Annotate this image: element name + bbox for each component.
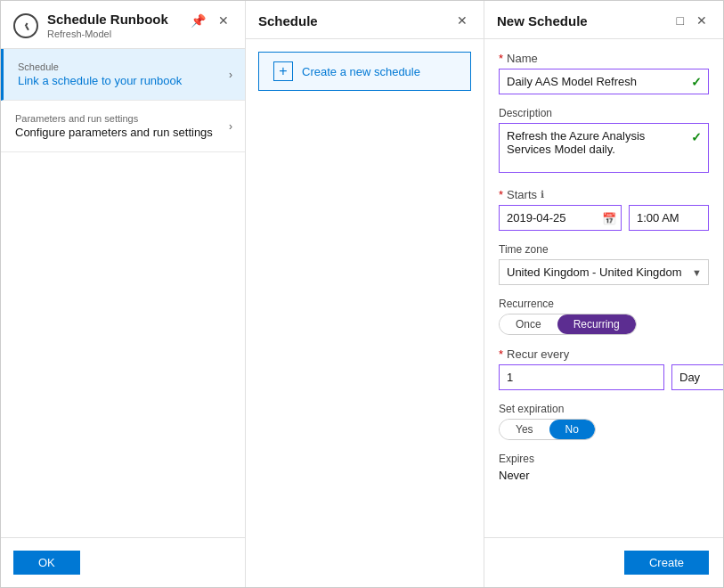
recur-unit-select-wrapper: Day Hour Week Month ▼ xyxy=(671,364,723,390)
starts-info-icon: ℹ xyxy=(541,189,544,200)
calendar-icon[interactable]: 📅 xyxy=(602,211,616,225)
expiration-field-group: Set expiration Yes No xyxy=(499,403,709,440)
expiration-yes-option[interactable]: Yes xyxy=(500,420,549,439)
date-input-wrapper: 📅 xyxy=(499,205,622,231)
maximize-button[interactable]: □ xyxy=(673,12,687,29)
recurrence-toggle: Once Recurring xyxy=(499,314,637,335)
panel3-form: * Name ✓ Description Refresh the Azure A… xyxy=(484,39,723,537)
panel1-nav: Schedule Link a schedule to your runbook… xyxy=(1,49,245,537)
nav-small-label-schedule: Schedule xyxy=(18,61,182,72)
panel2-close-button[interactable]: ✕ xyxy=(453,12,471,29)
description-field-group: Description Refresh the Azure Analysis S… xyxy=(499,107,709,176)
nav-item-schedule[interactable]: Schedule Link a schedule to your runbook… xyxy=(1,49,245,101)
nav-item-schedule-text: Schedule Link a schedule to your runbook xyxy=(18,61,182,87)
expires-field-group: Expires Never xyxy=(499,453,709,482)
recur-required-marker: * xyxy=(499,347,503,361)
description-wrapper: Refresh the Azure Analysis Services Mode… xyxy=(499,123,709,176)
new-schedule-panel: New Schedule □ ✕ * Name ✓ Description xyxy=(484,1,723,587)
timezone-field-group: Time zone United Kingdom - United Kingdo… xyxy=(499,243,709,285)
timezone-select[interactable]: United Kingdom - United Kingdom Time UTC… xyxy=(499,259,709,285)
name-valid-icon: ✓ xyxy=(691,75,702,89)
time-input-wrapper xyxy=(629,205,709,231)
recur-every-field-group: * Recur every Day Hour Week Month ▼ xyxy=(499,347,709,390)
description-input[interactable]: Refresh the Azure Analysis Services Mode… xyxy=(499,123,709,173)
pin-button[interactable]: 📌 xyxy=(187,12,209,29)
panel3-header: New Schedule □ ✕ xyxy=(484,1,723,39)
description-label: Description xyxy=(499,107,709,119)
recur-unit-select[interactable]: Day Hour Week Month xyxy=(671,364,723,390)
panel1-header: Schedule Runbook Refresh-Model 📌 ✕ xyxy=(1,1,245,49)
chevron-right-icon-2: › xyxy=(229,120,232,133)
timezone-select-wrapper: United Kingdom - United Kingdom Time UTC… xyxy=(499,259,709,285)
nav-item-parameters[interactable]: Parameters and run settings Configure pa… xyxy=(1,101,245,152)
panel1-title: Schedule Runbook xyxy=(47,12,168,27)
expiration-label: Set expiration xyxy=(499,403,709,415)
name-field-group: * Name ✓ xyxy=(499,52,709,94)
create-new-label: Create a new schedule xyxy=(302,65,420,78)
create-button[interactable]: Create xyxy=(624,551,709,575)
panel1-subtitle: Refresh-Model xyxy=(47,29,168,39)
panel2-title: Schedule xyxy=(258,13,318,29)
panel1-footer: OK xyxy=(1,537,245,587)
expires-label: Expires xyxy=(499,453,709,465)
name-required-marker: * xyxy=(499,52,503,65)
description-valid-icon: ✓ xyxy=(691,130,702,144)
panel2-header: Schedule ✕ xyxy=(246,1,484,39)
panel2-content: + Create a new schedule xyxy=(246,39,484,587)
name-input-wrapper: ✓ xyxy=(499,69,709,94)
nav-item-parameters-text: Parameters and run settings Configure pa… xyxy=(15,113,213,139)
panel3-footer: Create xyxy=(484,537,723,587)
nav-label-parameters: Configure parameters and run settings xyxy=(15,126,213,139)
create-new-schedule-button[interactable]: + Create a new schedule xyxy=(258,52,471,91)
header-left: Schedule Runbook Refresh-Model xyxy=(13,12,168,39)
recurrence-field-group: Recurrence Once Recurring xyxy=(499,298,709,335)
expiration-toggle: Yes No xyxy=(499,419,596,440)
date-time-row: 📅 xyxy=(499,205,709,231)
recur-every-input[interactable] xyxy=(499,364,664,390)
recurrence-label: Recurrence xyxy=(499,298,709,310)
panel3-close-button[interactable]: ✕ xyxy=(693,12,711,29)
panel3-header-actions: □ ✕ xyxy=(673,12,711,29)
expires-value: Never xyxy=(499,469,709,482)
header-actions: 📌 ✕ xyxy=(187,12,232,29)
recur-every-label: * Recur every xyxy=(499,347,709,361)
recurrence-recurring-option[interactable]: Recurring xyxy=(557,314,636,334)
nav-label-schedule: Link a schedule to your runbook xyxy=(18,74,182,87)
starts-field-group: * Starts ℹ 📅 xyxy=(499,188,709,231)
chevron-right-icon: › xyxy=(229,69,232,81)
panel1-title-group: Schedule Runbook Refresh-Model xyxy=(47,12,168,39)
starts-label: * Starts ℹ xyxy=(499,188,709,201)
plus-icon: + xyxy=(273,61,293,81)
ok-button[interactable]: OK xyxy=(13,551,80,575)
name-input[interactable] xyxy=(499,69,709,94)
starts-required-marker: * xyxy=(499,188,503,201)
schedule-panel: Schedule ✕ + Create a new schedule xyxy=(246,1,484,587)
starts-time-input[interactable] xyxy=(629,205,709,231)
schedule-runbook-panel: Schedule Runbook Refresh-Model 📌 ✕ Sched… xyxy=(1,1,246,587)
clock-icon xyxy=(13,13,38,38)
recur-row: Day Hour Week Month ▼ xyxy=(499,364,709,390)
name-label: * Name xyxy=(499,52,709,65)
timezone-label: Time zone xyxy=(499,243,709,256)
expiration-no-option[interactable]: No xyxy=(549,420,595,439)
recurrence-once-option[interactable]: Once xyxy=(500,314,557,334)
close-button[interactable]: ✕ xyxy=(215,12,232,29)
panel3-title: New Schedule xyxy=(497,13,588,29)
nav-small-label-parameters: Parameters and run settings xyxy=(15,113,213,124)
